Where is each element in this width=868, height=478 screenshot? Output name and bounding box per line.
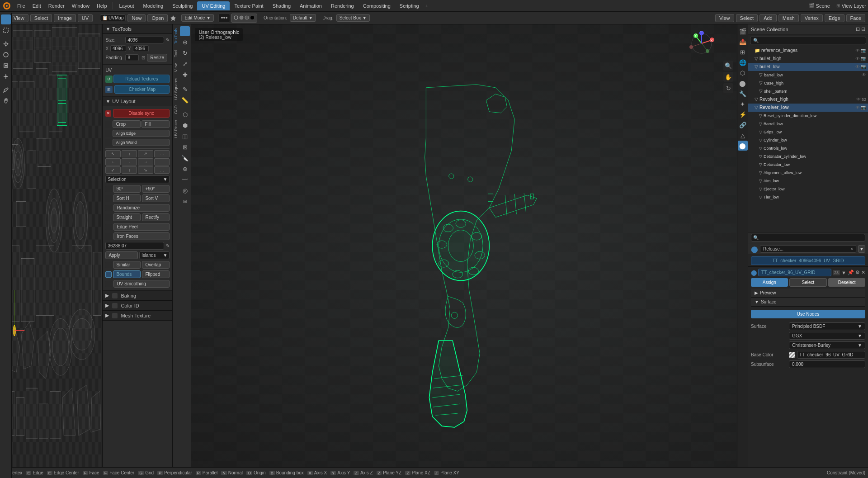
tg-btn-2[interactable]: ↑ (122, 150, 137, 157)
tab-uv-editing[interactable]: UV Editing (197, 1, 230, 10)
tree-item-detonator[interactable]: ▽ Detonator_low (748, 161, 868, 169)
preview-section[interactable]: ▶ Preview (751, 289, 865, 298)
3d-shear-tool[interactable]: ⧆ (180, 196, 190, 206)
move-tool[interactable] (1, 39, 11, 49)
selection-dropdown[interactable]: Selection ▼ (105, 175, 170, 183)
orientation-dropdown[interactable]: Default ▼ (290, 14, 316, 22)
prop-object-data-icon[interactable]: △ (738, 130, 748, 140)
tab-layout[interactable]: Layout (115, 1, 139, 10)
value-field[interactable]: 36288.07 (105, 242, 164, 250)
view-menu[interactable]: View (9, 14, 28, 22)
prop-object-icon[interactable]: ⬤ (738, 78, 748, 88)
eye-icon-3[interactable]: 👁 (855, 64, 860, 69)
surface-section[interactable]: ▼ Surface (751, 298, 865, 307)
sort-v-btn[interactable]: Sort V (142, 194, 170, 202)
select-menu[interactable]: Select (30, 14, 52, 22)
3d-loop-cut-tool[interactable]: ⊠ (180, 142, 190, 152)
cursor-tool[interactable] (1, 14, 11, 24)
menu-render[interactable]: Render (45, 2, 68, 9)
tg-btn-7[interactable]: → (138, 158, 153, 166)
mat-close-icon[interactable]: ✕ (861, 270, 865, 275)
prop-modifier-icon[interactable]: 🔧 (738, 89, 748, 99)
3d-annotate-tool[interactable]: ✎ (180, 84, 190, 94)
tg-btn-12[interactable]: … (154, 166, 170, 174)
tab-scripting[interactable]: Scripting (395, 1, 424, 10)
straight-btn[interactable]: Straight (113, 213, 141, 221)
rectify-btn[interactable]: Rectify (142, 213, 170, 221)
disable-sync-btn[interactable]: Disable sync (113, 109, 170, 118)
base-color-texture[interactable]: TT_checker_96_UV_GRID (797, 351, 865, 359)
subsurface-value[interactable]: 0.000 (789, 360, 865, 368)
prop-constraints-icon[interactable]: 🔗 (738, 120, 748, 130)
prop-world-icon[interactable]: ⬡ (738, 68, 748, 78)
tree-item-aim[interactable]: ▽ Aim_low (748, 177, 868, 185)
color-id-header[interactable]: ▶ Color ID (103, 301, 172, 311)
tab-vert-uv-picker[interactable]: UV-Picker (173, 117, 179, 141)
3d-viewport-canvas[interactable]: User Orthographic (2) Release_low (191, 24, 737, 467)
tg-btn-1[interactable]: ↖ (105, 150, 121, 157)
apply-btn[interactable]: Apply (105, 251, 138, 259)
eye-icon-5[interactable]: 👁 (856, 97, 861, 102)
3d-knife-tool[interactable]: 🔪 (180, 153, 190, 163)
3d-move-tool[interactable]: ⊕ (180, 37, 190, 47)
prop-output-icon[interactable]: 📤 (738, 37, 748, 47)
outliner-search[interactable] (750, 37, 866, 44)
tg-btn-8[interactable]: … (154, 158, 170, 166)
checker-material-display[interactable]: TT_checker_4096x4096_UV_GRID (751, 256, 865, 265)
material-browse-btn[interactable]: ▼ (858, 245, 865, 253)
tree-item-ejector[interactable]: ▽ Ejector_low (748, 185, 868, 193)
3d-extrude-tool[interactable]: ⬡ (180, 109, 190, 119)
tree-item-bullet-low[interactable]: ▽ bullet_low 👁 📷 (748, 63, 868, 71)
3d-measure-tool[interactable]: 📏 (180, 95, 190, 105)
3d-scale-tool[interactable]: ⤢ (180, 59, 190, 69)
textools-header[interactable]: ▼ TexTools (103, 24, 172, 34)
resize-btn[interactable]: Resize (147, 54, 167, 62)
deselect-by-mat-btn[interactable]: Deselect (828, 278, 865, 287)
tab-sculpting[interactable]: Sculpting (168, 1, 197, 10)
tree-item-grips[interactable]: ▽ Grips_low (748, 128, 868, 136)
material-search-input[interactable] (751, 234, 865, 241)
base-color-swatch[interactable] (789, 352, 795, 358)
mesh-texture-header[interactable]: ▶ Mesh Texture (103, 311, 172, 321)
overlap-btn[interactable]: Overlap (142, 261, 170, 269)
uv-canvas[interactable] (0, 24, 102, 467)
tg-btn-11[interactable]: ↘ (138, 166, 153, 174)
mat-browse-icon[interactable]: ▼ (841, 270, 846, 275)
tree-item-controls[interactable]: ▽ Controls_low (748, 144, 868, 152)
select-box-tool[interactable] (1, 25, 11, 35)
assign-btn[interactable]: Assign (751, 278, 788, 287)
edit-mode-dropdown[interactable]: Edit Mode ▼ (181, 14, 214, 22)
3d-rotate-tool[interactable]: ↻ (180, 48, 190, 58)
filter-icon[interactable]: ⊡ (856, 26, 860, 32)
tree-item-reset-cylinder[interactable]: ▽ Reset_cylinder_direction_low (748, 112, 868, 120)
fill-btn[interactable]: Fill (142, 120, 170, 128)
uv-layout-header[interactable]: ▼ UV Layout (103, 97, 172, 106)
padding-input[interactable]: 8 (125, 54, 139, 61)
zoom-icon[interactable]: 🔍 (723, 61, 733, 71)
tab-modeling[interactable]: Modeling (139, 1, 168, 10)
viewport-vertex-menu[interactable]: Vertex (801, 14, 823, 22)
mat-pin-icon[interactable]: 📌 (848, 270, 854, 275)
tree-item-shell[interactable]: ▽ shell_pattern (748, 87, 868, 95)
cam-icon-6[interactable]: 📷 (861, 105, 866, 110)
3d-transform-tool[interactable]: ✚ (180, 70, 190, 80)
tg-btn-10[interactable]: ↓ (122, 166, 137, 174)
reload-textures-btn[interactable]: Reload Textures (113, 75, 170, 83)
menu-edit[interactable]: Edit (29, 2, 45, 9)
use-nodes-btn[interactable]: Use Nodes (751, 310, 865, 318)
tab-vert-tex-tools[interactable]: TexTools (173, 25, 179, 47)
camera-restrict-icon[interactable]: 📷 (861, 48, 866, 53)
tg-btn-6[interactable]: · (122, 158, 137, 166)
menu-file[interactable]: File (14, 2, 29, 9)
surface-value[interactable]: Principled BSDF ▼ (789, 322, 865, 330)
tree-item-barrel-low[interactable]: ▽ barrel_low 👁 (748, 71, 868, 79)
align-world-btn[interactable]: Align World (113, 139, 170, 146)
prop-view-layer-icon[interactable]: ⊞ (738, 47, 748, 57)
prop-scene-icon[interactable]: 🌐 (738, 57, 748, 67)
viewport-view-menu[interactable]: View (715, 14, 734, 22)
tree-item-revolver-high[interactable]: ▽ Revolver_high 👁 52 (748, 95, 868, 104)
baking-header[interactable]: ▶ Baking (103, 291, 172, 301)
viewport-mesh-menu[interactable]: Mesh (778, 14, 799, 22)
viewport-select-menu[interactable]: Select (736, 14, 758, 22)
eye-icon-2[interactable]: 👁 (855, 56, 860, 61)
